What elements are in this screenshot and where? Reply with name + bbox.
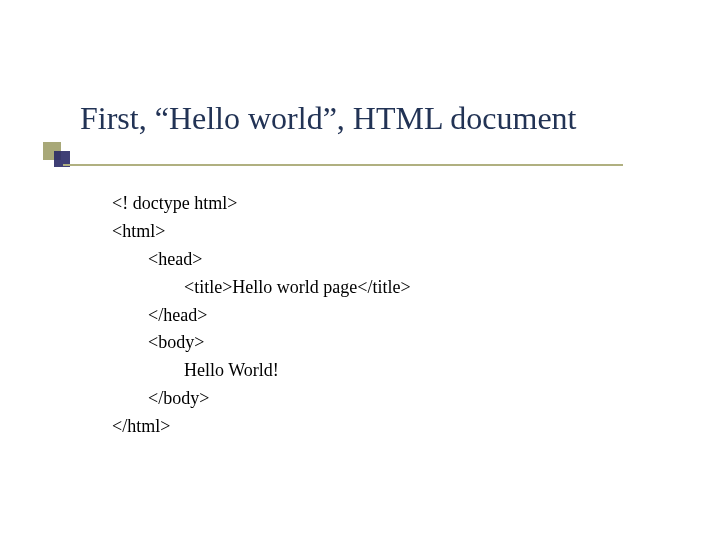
title-underline bbox=[63, 164, 623, 166]
code-line: <title>Hello world page</title> bbox=[112, 274, 411, 302]
code-line: <head> bbox=[112, 246, 411, 274]
title-wrap: First, “Hello world”, HTML document bbox=[80, 100, 680, 147]
code-line: <html> bbox=[112, 218, 411, 246]
code-line: <! doctype html> bbox=[112, 190, 411, 218]
code-line: Hello World! bbox=[112, 357, 411, 385]
code-block: <! doctype html> <html> <head> <title>He… bbox=[112, 190, 411, 441]
accent-square-navy bbox=[54, 151, 70, 167]
code-line: </html> bbox=[112, 413, 411, 441]
slide: First, “Hello world”, HTML document <! d… bbox=[0, 0, 720, 540]
code-line: </body> bbox=[112, 385, 411, 413]
slide-title: First, “Hello world”, HTML document bbox=[80, 100, 680, 137]
title-accent bbox=[43, 142, 77, 166]
accent-square-olive bbox=[43, 142, 61, 160]
code-line: <body> bbox=[112, 329, 411, 357]
code-line: </head> bbox=[112, 302, 411, 330]
